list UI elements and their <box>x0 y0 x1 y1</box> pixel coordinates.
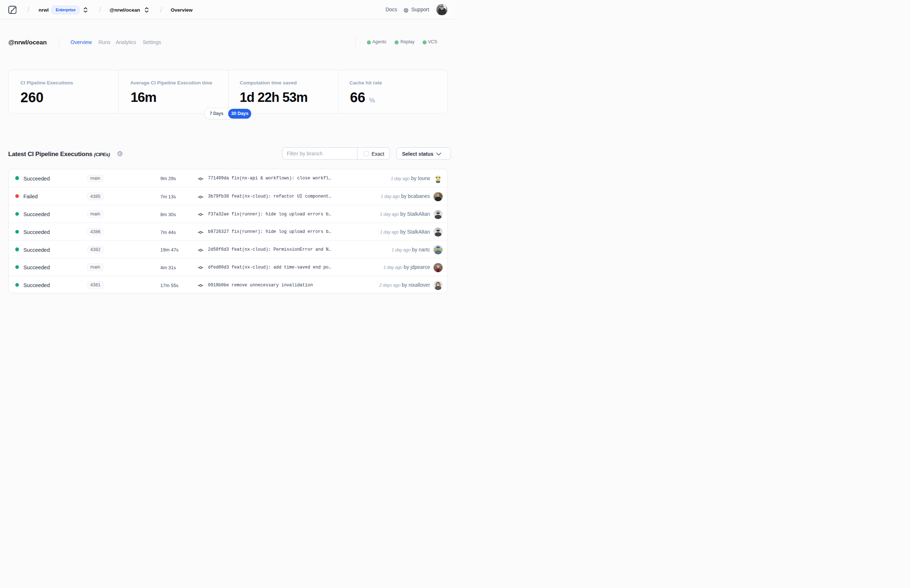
svg-text:?: ? <box>119 152 121 155</box>
